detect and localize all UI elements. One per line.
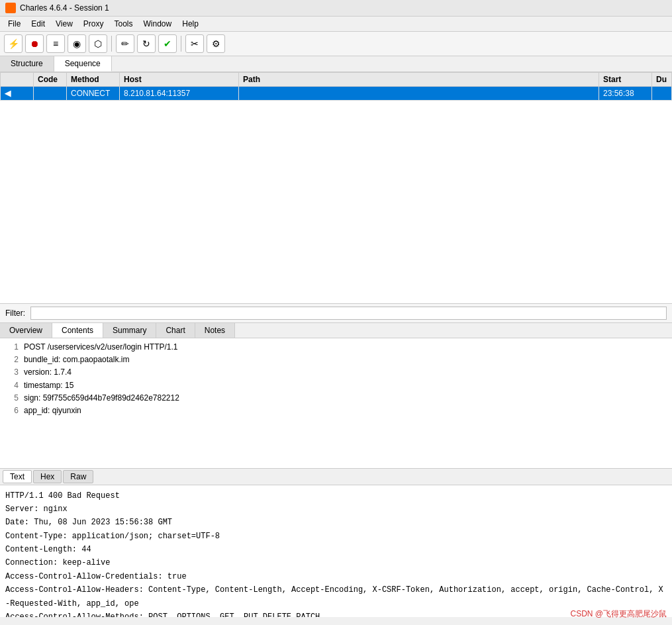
- bottom-tabs: OverviewContentsSummaryChartNotes: [0, 323, 672, 338]
- sequence-table-area: Code Method Host Path Start Du ◀CONNECT8…: [0, 72, 672, 304]
- response-line: Date: Thu, 08 Jun 2023 15:56:38 GMT: [5, 516, 667, 529]
- row-path: [239, 87, 599, 101]
- line-number: 5: [5, 392, 19, 405]
- toolbar-separator: [181, 36, 181, 52]
- row-method: CONNECT: [67, 87, 120, 101]
- noscript-btn[interactable]: ⬡: [89, 34, 107, 53]
- title-bar: Charles 4.6.4 - Session 1: [0, 0, 672, 17]
- col-header-host: Host: [120, 73, 239, 87]
- row-duration: [652, 87, 672, 101]
- col-header-code: Code: [34, 73, 67, 87]
- sub-tabs: TextHexRaw: [0, 469, 672, 485]
- table-row[interactable]: ◀CONNECT8.210.81.64:1135723:56:38: [1, 87, 672, 101]
- bottom-tab-overview[interactable]: Overview: [0, 323, 52, 338]
- edit-btn[interactable]: ✏: [116, 34, 134, 53]
- filter-label: Filter:: [5, 309, 25, 318]
- line-number: 3: [5, 366, 19, 379]
- bottom-tab-contents[interactable]: Contents: [52, 323, 103, 338]
- bottom-tab-chart[interactable]: Chart: [156, 323, 195, 338]
- line-text: bundle_id: com.paopaotalk.im: [24, 354, 129, 366]
- bottom-panel: OverviewContentsSummaryChartNotes 1POST …: [0, 323, 672, 617]
- response-line: HTTP/1.1 400 Bad Request: [5, 489, 667, 503]
- line-number: 2: [5, 354, 19, 366]
- settings-btn[interactable]: ⚙: [207, 34, 225, 53]
- bottom-tab-notes[interactable]: Notes: [195, 323, 235, 338]
- request-content: 1POST /userservices/v2/user/login HTTP/1…: [0, 338, 672, 469]
- repeat-btn[interactable]: ↻: [137, 34, 156, 53]
- sub-tab-hex[interactable]: Hex: [33, 470, 62, 483]
- line-text: POST /userservices/v2/user/login HTTP/1.…: [24, 341, 178, 354]
- line-text: sign: 59f755c659d44b7e9f89d2462e782212: [24, 392, 179, 405]
- content-line: 4timestamp: 15: [5, 379, 667, 392]
- menu-bar: FileEditViewProxyToolsWindowHelp: [0, 17, 672, 32]
- toolbar: ⚡⏺≡◉⬡✏↻✔✂⚙: [0, 32, 672, 56]
- response-line: Content-Length: 44: [5, 543, 667, 556]
- filter-bar: Filter:: [0, 304, 672, 323]
- menu-item-file[interactable]: File: [3, 18, 26, 30]
- col-header-path: Path: [239, 73, 599, 87]
- content-line: 5sign: 59f755c659d44b7e9f89d2462e782212: [5, 392, 667, 405]
- response-line: Server: nginx: [5, 503, 667, 516]
- throttle-btn[interactable]: ◉: [68, 34, 86, 53]
- col-header-start: Start: [599, 73, 652, 87]
- row-code: [34, 87, 67, 101]
- main-tabs: StructureSequence: [0, 56, 672, 72]
- line-number: 4: [5, 379, 19, 392]
- filter-input[interactable]: [30, 307, 667, 320]
- menu-item-help[interactable]: Help: [177, 18, 204, 30]
- sub-tab-raw[interactable]: Raw: [63, 470, 93, 483]
- content-line: 1POST /userservices/v2/user/login HTTP/1…: [5, 341, 667, 354]
- line-number: 1: [5, 341, 19, 354]
- response-line: Content-Type: application/json; charset=…: [5, 530, 667, 543]
- response-line: Access-Control-Allow-Methods: POST, OPTI…: [5, 610, 667, 617]
- menu-item-tools[interactable]: Tools: [109, 18, 138, 30]
- response-line: Access-Control-Allow-Headers: Content-Ty…: [5, 583, 667, 610]
- col-header-method: Method: [67, 73, 120, 87]
- line-text: timestamp: 15: [24, 379, 73, 392]
- bottom-tab-summary[interactable]: Summary: [103, 323, 156, 338]
- content-line: 6app_id: qiyunxin: [5, 405, 667, 417]
- toolbar-separator: [111, 36, 112, 52]
- watermark: CSDN @飞得更高肥尾沙鼠: [570, 608, 667, 620]
- menu-item-view[interactable]: View: [50, 18, 78, 30]
- validate-btn[interactable]: ✔: [158, 34, 177, 53]
- line-number: 6: [5, 405, 19, 417]
- col-header-empty: [1, 73, 34, 87]
- menu-item-edit[interactable]: Edit: [26, 18, 50, 30]
- row-start: 23:56:38: [599, 87, 652, 101]
- menu-item-window[interactable]: Window: [138, 18, 177, 30]
- menu-item-proxy[interactable]: Proxy: [78, 18, 109, 30]
- response-line: Connection: keep-alive: [5, 556, 667, 569]
- record-btn[interactable]: ⏺: [25, 34, 44, 53]
- sequence-table: Code Method Host Path Start Du ◀CONNECT8…: [0, 72, 672, 101]
- line-text: version: 1.7.4: [24, 366, 72, 379]
- row-host: 8.210.81.64:11357: [120, 87, 239, 101]
- tab-sequence[interactable]: Sequence: [54, 56, 112, 72]
- lightning-btn[interactable]: ⚡: [4, 34, 23, 53]
- line-text: app_id: qiyunxin: [24, 405, 81, 417]
- stream-btn[interactable]: ≡: [46, 34, 65, 53]
- col-header-duration: Du: [652, 73, 672, 87]
- sub-tab-text[interactable]: Text: [3, 470, 32, 483]
- row-arrow: ◀: [1, 87, 34, 101]
- content-line: 3version: 1.7.4: [5, 366, 667, 379]
- sequence-table-body: ◀CONNECT8.210.81.64:1135723:56:38: [1, 87, 672, 101]
- tools-btn[interactable]: ✂: [185, 34, 204, 53]
- response-content: HTTP/1.1 400 Bad RequestServer: nginxDat…: [0, 485, 672, 618]
- window-title: Charles 4.6.4 - Session 1: [20, 3, 109, 13]
- response-line: Access-Control-Allow-Credentials: true: [5, 570, 667, 583]
- tab-structure[interactable]: Structure: [0, 56, 54, 72]
- app-icon: [5, 3, 16, 13]
- content-line: 2bundle_id: com.paopaotalk.im: [5, 354, 667, 366]
